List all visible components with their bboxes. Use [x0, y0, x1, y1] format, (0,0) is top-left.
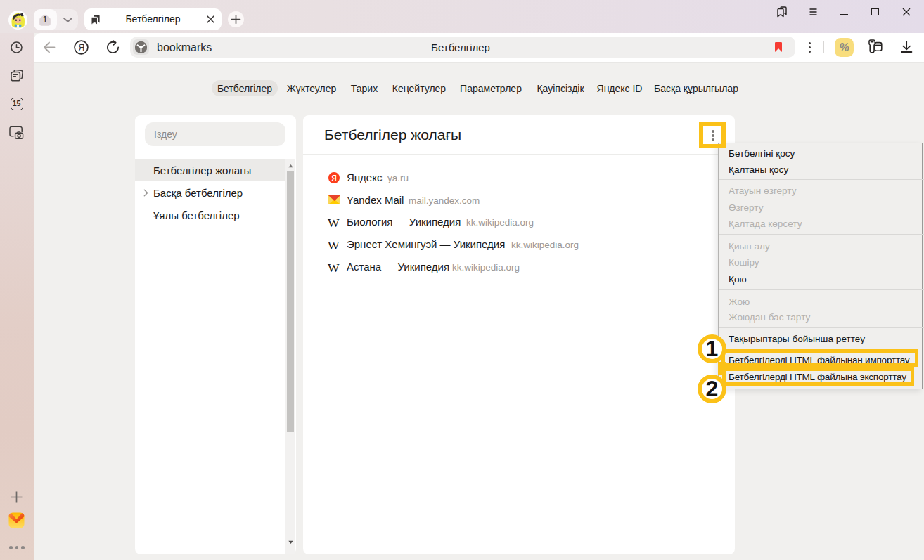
svg-text:1: 1 [43, 15, 48, 25]
svg-text:Я: Я [332, 174, 337, 182]
svg-text:Я: Я [78, 43, 84, 53]
